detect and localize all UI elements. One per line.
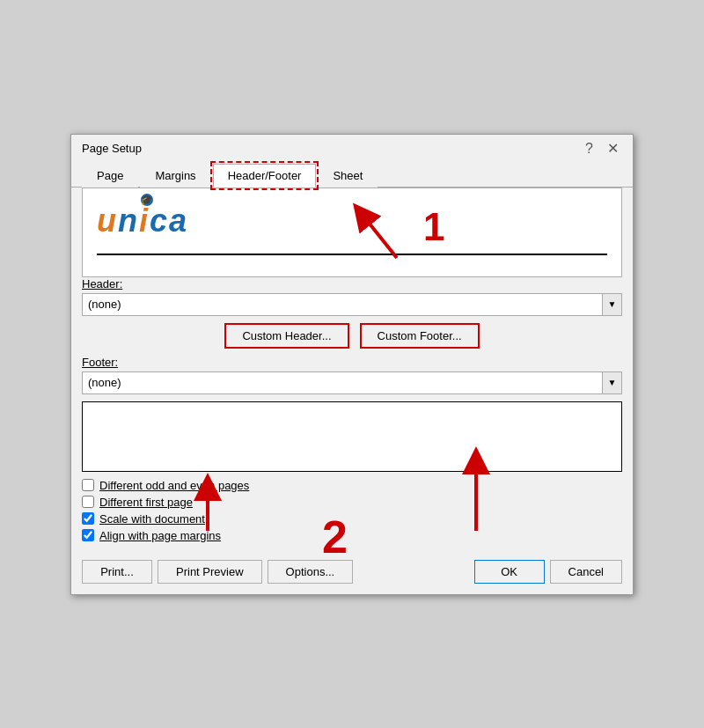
- custom-footer-button[interactable]: Custom Footer...: [360, 323, 480, 349]
- tab-sheet[interactable]: Sheet: [318, 164, 378, 188]
- help-button[interactable]: ?: [582, 142, 597, 156]
- bottom-right-buttons: OK Cancel: [474, 560, 622, 584]
- diff-odd-even-label[interactable]: Different odd and even pages: [99, 479, 249, 492]
- custom-buttons-row: Custom Header... Custom Footer...: [82, 323, 622, 349]
- tab-bar: Page Margins Header/Footer Sheet: [71, 163, 633, 188]
- diff-first-label[interactable]: Different first page: [99, 496, 193, 509]
- align-margins-checkbox[interactable]: [82, 529, 94, 541]
- header-preview: uni🎓ca: [97, 202, 607, 255]
- align-margins-label[interactable]: Align with page margins: [99, 529, 221, 542]
- print-preview-button[interactable]: Print Preview: [158, 560, 262, 584]
- checkbox-diff-first: Different first page: [82, 496, 622, 509]
- scale-doc-checkbox[interactable]: [82, 512, 94, 525]
- checkbox-scale-doc: Scale with document: [82, 512, 622, 526]
- diff-odd-even-checkbox[interactable]: [82, 479, 94, 491]
- title-bar-controls: ? ✕: [582, 142, 622, 156]
- ok-button[interactable]: OK: [474, 560, 545, 584]
- print-button[interactable]: Print...: [82, 560, 152, 584]
- logo-letter-c: c: [150, 202, 169, 239]
- logo-letter-i: i: [139, 202, 150, 239]
- footer-label: Footer:: [82, 356, 622, 369]
- header-section: Header: ▼: [82, 277, 622, 316]
- logo-letter-u: u: [97, 202, 118, 239]
- diff-first-checkbox[interactable]: [82, 496, 94, 508]
- page-setup-dialog: Page Setup ? ✕ Page Margins Header/Foote…: [70, 134, 634, 595]
- logo-hat-icon: 🎓: [141, 194, 153, 206]
- logo-letter-a: a: [169, 202, 188, 239]
- header-label: Header:: [82, 277, 622, 290]
- footer-dropdown-row: ▼: [82, 371, 622, 394]
- cancel-button[interactable]: Cancel: [550, 560, 622, 584]
- footer-dropdown[interactable]: [82, 371, 603, 394]
- logo-letter-n: n: [118, 202, 139, 239]
- close-button[interactable]: ✕: [604, 142, 622, 156]
- content-area: uni🎓ca Header: ▼ Custom Header... Custom…: [71, 188, 633, 594]
- title-bar: Page Setup ? ✕: [71, 135, 633, 161]
- header-dropdown-row: ▼: [82, 293, 622, 316]
- options-button[interactable]: Options...: [268, 560, 354, 584]
- dialog-title: Page Setup: [82, 142, 142, 155]
- footer-section: Footer: ▼: [82, 356, 622, 394]
- header-dropdown-arrow[interactable]: ▼: [603, 293, 622, 316]
- header-dropdown[interactable]: [82, 293, 603, 316]
- checkboxes-section: Different odd and even pages Different f…: [82, 479, 622, 542]
- tab-page[interactable]: Page: [82, 164, 138, 188]
- tab-header-footer[interactable]: Header/Footer: [213, 164, 317, 188]
- checkbox-diff-odd-even: Different odd and even pages: [82, 479, 622, 492]
- custom-header-button[interactable]: Custom Header...: [224, 323, 348, 349]
- checkbox-align-margins: Align with page margins: [82, 529, 622, 542]
- footer-dropdown-arrow[interactable]: ▼: [603, 371, 622, 394]
- bottom-buttons-area: Print... Print Preview Options... OK Can…: [71, 553, 633, 594]
- scale-doc-label[interactable]: Scale with document: [99, 512, 205, 526]
- logo-i-container: i🎓: [139, 202, 150, 239]
- tab-margins[interactable]: Margins: [140, 164, 210, 188]
- bottom-left-buttons: Print... Print Preview Options...: [82, 560, 353, 584]
- footer-preview-box: [82, 401, 622, 472]
- unica-logo: uni🎓ca: [97, 202, 607, 239]
- header-preview-area: uni🎓ca: [82, 188, 622, 277]
